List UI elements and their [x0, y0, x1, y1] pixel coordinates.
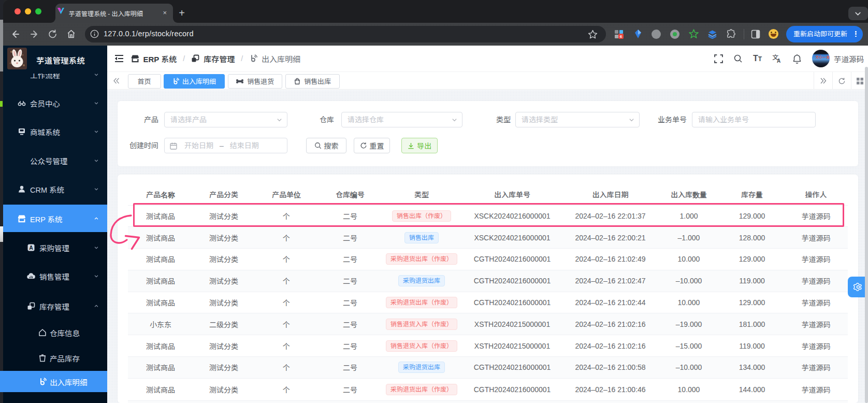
svg-text:A: A — [29, 244, 33, 251]
svg-text:6: 6 — [620, 34, 623, 39]
svg-text:A: A — [777, 58, 780, 63]
